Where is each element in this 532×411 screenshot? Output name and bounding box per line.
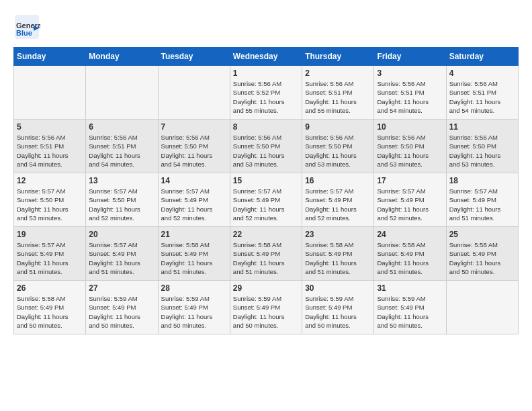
day-info: Sunrise: 5:57 AM Sunset: 5:49 PM Dayligh… bbox=[17, 240, 83, 276]
day-number: 9 bbox=[305, 122, 371, 132]
calendar-week-5: 26Sunrise: 5:58 AM Sunset: 5:49 PM Dayli… bbox=[14, 281, 519, 334]
day-info: Sunrise: 5:57 AM Sunset: 5:49 PM Dayligh… bbox=[305, 187, 371, 222]
day-number: 14 bbox=[161, 176, 227, 185]
day-number: 18 bbox=[449, 176, 515, 185]
day-number: 24 bbox=[377, 230, 443, 239]
calendar-cell: 18Sunrise: 5:57 AM Sunset: 5:49 PM Dayli… bbox=[446, 173, 518, 227]
day-info: Sunrise: 5:57 AM Sunset: 5:50 PM Dayligh… bbox=[17, 187, 83, 222]
calendar-cell: 17Sunrise: 5:57 AM Sunset: 5:49 PM Dayli… bbox=[374, 173, 446, 227]
calendar-week-4: 19Sunrise: 5:57 AM Sunset: 5:49 PM Dayli… bbox=[14, 227, 519, 281]
day-number: 23 bbox=[305, 230, 371, 239]
day-info: Sunrise: 5:58 AM Sunset: 5:49 PM Dayligh… bbox=[161, 240, 227, 276]
day-info: Sunrise: 5:56 AM Sunset: 5:51 PM Dayligh… bbox=[305, 79, 371, 115]
calendar-cell bbox=[446, 281, 518, 334]
header-tuesday: Tuesday bbox=[158, 48, 230, 66]
day-info: Sunrise: 5:59 AM Sunset: 5:49 PM Dayligh… bbox=[305, 294, 371, 330]
day-info: Sunrise: 5:57 AM Sunset: 5:49 PM Dayligh… bbox=[89, 240, 154, 276]
day-number: 20 bbox=[89, 230, 154, 239]
calendar-cell: 16Sunrise: 5:57 AM Sunset: 5:49 PM Dayli… bbox=[302, 173, 374, 227]
calendar-cell: 30Sunrise: 5:59 AM Sunset: 5:49 PM Dayli… bbox=[302, 281, 374, 334]
calendar-cell: 11Sunrise: 5:56 AM Sunset: 5:50 PM Dayli… bbox=[446, 120, 518, 173]
calendar-cell: 13Sunrise: 5:57 AM Sunset: 5:50 PM Dayli… bbox=[86, 173, 158, 227]
day-number: 6 bbox=[89, 122, 154, 132]
day-info: Sunrise: 5:56 AM Sunset: 5:50 PM Dayligh… bbox=[377, 133, 443, 169]
day-info: Sunrise: 5:56 AM Sunset: 5:50 PM Dayligh… bbox=[161, 133, 227, 169]
day-number: 21 bbox=[161, 230, 227, 239]
calendar-body: 1Sunrise: 5:56 AM Sunset: 5:52 PM Daylig… bbox=[14, 66, 519, 334]
header-friday: Friday bbox=[374, 48, 446, 66]
day-info: Sunrise: 5:57 AM Sunset: 5:49 PM Dayligh… bbox=[233, 187, 299, 222]
day-info: Sunrise: 5:56 AM Sunset: 5:50 PM Dayligh… bbox=[233, 133, 299, 169]
calendar-cell: 4Sunrise: 5:56 AM Sunset: 5:51 PM Daylig… bbox=[446, 66, 518, 120]
calendar-cell: 22Sunrise: 5:58 AM Sunset: 5:49 PM Dayli… bbox=[230, 227, 302, 281]
day-number: 15 bbox=[233, 176, 299, 185]
day-info: Sunrise: 5:59 AM Sunset: 5:49 PM Dayligh… bbox=[233, 294, 299, 330]
day-number: 10 bbox=[377, 122, 443, 132]
day-info: Sunrise: 5:59 AM Sunset: 5:49 PM Dayligh… bbox=[89, 294, 154, 330]
calendar-cell: 20Sunrise: 5:57 AM Sunset: 5:49 PM Dayli… bbox=[86, 227, 158, 281]
calendar-week-3: 12Sunrise: 5:57 AM Sunset: 5:50 PM Dayli… bbox=[14, 173, 519, 227]
weekday-header-row: Sunday Monday Tuesday Wednesday Thursday… bbox=[14, 48, 519, 66]
day-number: 13 bbox=[89, 176, 154, 185]
day-info: Sunrise: 5:59 AM Sunset: 5:49 PM Dayligh… bbox=[161, 294, 227, 330]
day-info: Sunrise: 5:56 AM Sunset: 5:51 PM Dayligh… bbox=[377, 79, 443, 115]
day-number: 22 bbox=[233, 230, 299, 239]
svg-text:Blue: Blue bbox=[16, 29, 32, 37]
calendar-cell: 12Sunrise: 5:57 AM Sunset: 5:50 PM Dayli… bbox=[14, 173, 86, 227]
day-number: 5 bbox=[17, 122, 83, 132]
day-number: 30 bbox=[305, 283, 371, 293]
day-info: Sunrise: 5:57 AM Sunset: 5:49 PM Dayligh… bbox=[161, 187, 227, 222]
header-wednesday: Wednesday bbox=[230, 48, 302, 66]
day-number: 8 bbox=[233, 122, 299, 132]
calendar-cell: 9Sunrise: 5:56 AM Sunset: 5:50 PM Daylig… bbox=[302, 120, 374, 173]
header-sunday: Sunday bbox=[14, 48, 86, 66]
day-number: 31 bbox=[377, 283, 443, 293]
calendar-header: Sunday Monday Tuesday Wednesday Thursday… bbox=[14, 48, 519, 66]
day-number: 12 bbox=[17, 176, 83, 185]
calendar-cell: 15Sunrise: 5:57 AM Sunset: 5:49 PM Dayli… bbox=[230, 173, 302, 227]
calendar-cell bbox=[14, 66, 86, 120]
day-number: 28 bbox=[161, 283, 227, 293]
day-number: 26 bbox=[17, 283, 83, 293]
calendar-cell: 2Sunrise: 5:56 AM Sunset: 5:51 PM Daylig… bbox=[302, 66, 374, 120]
header-saturday: Saturday bbox=[446, 48, 518, 66]
calendar-cell: 23Sunrise: 5:58 AM Sunset: 5:49 PM Dayli… bbox=[302, 227, 374, 281]
logo: General Blue bbox=[13, 13, 40, 40]
day-info: Sunrise: 5:56 AM Sunset: 5:51 PM Dayligh… bbox=[89, 133, 154, 169]
calendar-week-2: 5Sunrise: 5:56 AM Sunset: 5:51 PM Daylig… bbox=[14, 120, 519, 173]
logo-icon: General Blue bbox=[13, 13, 40, 40]
calendar-cell bbox=[158, 66, 230, 120]
calendar-cell: 26Sunrise: 5:58 AM Sunset: 5:49 PM Dayli… bbox=[14, 281, 86, 334]
page-header: General Blue bbox=[13, 13, 519, 40]
day-info: Sunrise: 5:57 AM Sunset: 5:49 PM Dayligh… bbox=[377, 187, 443, 222]
day-number: 27 bbox=[89, 283, 154, 293]
calendar-cell: 19Sunrise: 5:57 AM Sunset: 5:49 PM Dayli… bbox=[14, 227, 86, 281]
day-number: 11 bbox=[449, 122, 515, 132]
day-info: Sunrise: 5:59 AM Sunset: 5:49 PM Dayligh… bbox=[377, 294, 443, 330]
day-number: 2 bbox=[305, 68, 371, 78]
calendar-cell: 25Sunrise: 5:58 AM Sunset: 5:49 PM Dayli… bbox=[446, 227, 518, 281]
day-info: Sunrise: 5:57 AM Sunset: 5:50 PM Dayligh… bbox=[89, 187, 154, 222]
day-info: Sunrise: 5:56 AM Sunset: 5:50 PM Dayligh… bbox=[305, 133, 371, 169]
day-number: 1 bbox=[233, 68, 299, 78]
calendar-cell: 27Sunrise: 5:59 AM Sunset: 5:49 PM Dayli… bbox=[86, 281, 158, 334]
calendar-cell: 3Sunrise: 5:56 AM Sunset: 5:51 PM Daylig… bbox=[374, 66, 446, 120]
calendar-cell: 24Sunrise: 5:58 AM Sunset: 5:49 PM Dayli… bbox=[374, 227, 446, 281]
day-number: 4 bbox=[449, 68, 515, 78]
day-number: 7 bbox=[161, 122, 227, 132]
calendar-cell: 10Sunrise: 5:56 AM Sunset: 5:50 PM Dayli… bbox=[374, 120, 446, 173]
day-info: Sunrise: 5:58 AM Sunset: 5:49 PM Dayligh… bbox=[233, 240, 299, 276]
calendar-cell: 21Sunrise: 5:58 AM Sunset: 5:49 PM Dayli… bbox=[158, 227, 230, 281]
day-info: Sunrise: 5:58 AM Sunset: 5:49 PM Dayligh… bbox=[377, 240, 443, 276]
day-number: 19 bbox=[17, 230, 83, 239]
day-number: 3 bbox=[377, 68, 443, 78]
calendar-week-1: 1Sunrise: 5:56 AM Sunset: 5:52 PM Daylig… bbox=[14, 66, 519, 120]
day-number: 17 bbox=[377, 176, 443, 185]
calendar-cell: 6Sunrise: 5:56 AM Sunset: 5:51 PM Daylig… bbox=[86, 120, 158, 173]
calendar-cell: 1Sunrise: 5:56 AM Sunset: 5:52 PM Daylig… bbox=[230, 66, 302, 120]
calendar-cell: 5Sunrise: 5:56 AM Sunset: 5:51 PM Daylig… bbox=[14, 120, 86, 173]
calendar-cell: 14Sunrise: 5:57 AM Sunset: 5:49 PM Dayli… bbox=[158, 173, 230, 227]
day-info: Sunrise: 5:58 AM Sunset: 5:49 PM Dayligh… bbox=[17, 294, 83, 330]
calendar-cell: 8Sunrise: 5:56 AM Sunset: 5:50 PM Daylig… bbox=[230, 120, 302, 173]
header-thursday: Thursday bbox=[302, 48, 374, 66]
